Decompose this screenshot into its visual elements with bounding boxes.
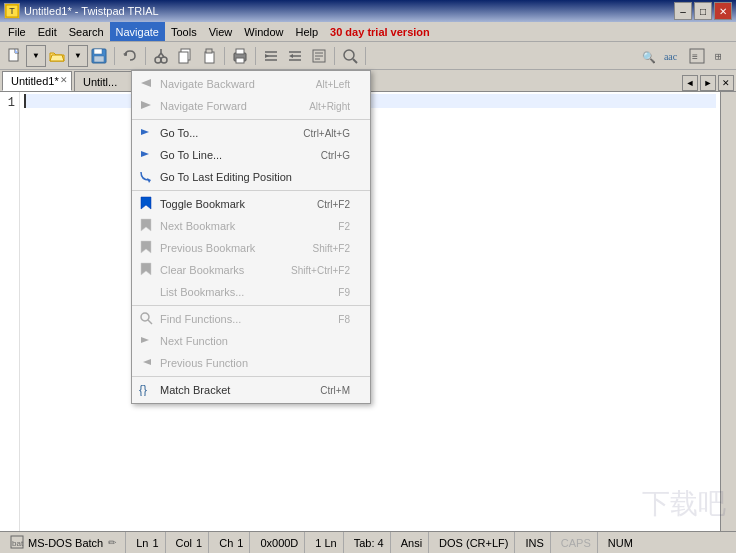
tab-navigation: ◄ ► ✕ <box>682 75 734 91</box>
menu-match-bracket[interactable]: {} Match Bracket Ctrl+M <box>132 379 370 401</box>
menu-edit[interactable]: Edit <box>32 22 63 41</box>
menu-navigate[interactable]: Navigate <box>110 22 165 41</box>
toggle-bookmark-label: Toggle Bookmark <box>160 198 297 210</box>
extra-btn2[interactable]: ⊞ <box>710 45 732 67</box>
match-case-button[interactable]: aac <box>662 45 684 67</box>
menu-window[interactable]: Window <box>238 22 289 41</box>
svg-marker-27 <box>289 54 293 58</box>
tab-close-untitled1[interactable]: ✕ <box>60 75 68 85</box>
navigate-menu: Navigate Backward Alt+Left Navigate Forw… <box>131 70 371 404</box>
new-dropdown[interactable]: ▼ <box>26 45 46 67</box>
svg-point-32 <box>344 50 354 60</box>
filetype-marker-icon: ✏ <box>107 536 119 550</box>
menu-help[interactable]: Help <box>289 22 324 41</box>
undo-button[interactable] <box>119 45 141 67</box>
svg-point-48 <box>141 313 149 321</box>
menu-navigate-backward[interactable]: Navigate Backward Alt+Left <box>132 73 370 95</box>
menu-find-functions[interactable]: Find Functions... F8 <box>132 308 370 330</box>
navigate-backward-icon <box>138 76 154 93</box>
menu-clear-bookmarks[interactable]: Clear Bookmarks Shift+Ctrl+F2 <box>132 259 370 281</box>
trial-label: 30 day trial version <box>324 22 436 41</box>
prev-function-label: Previous Function <box>160 357 330 369</box>
cut-button[interactable] <box>150 45 172 67</box>
open-button[interactable] <box>46 45 68 67</box>
svg-point-8 <box>155 57 161 63</box>
vertical-scrollbar[interactable] <box>720 92 736 531</box>
menu-toggle-bookmark[interactable]: Toggle Bookmark Ctrl+F2 <box>132 193 370 215</box>
menu-navigate-forward[interactable]: Navigate Forward Alt+Right <box>132 95 370 117</box>
menu-tools[interactable]: Tools <box>165 22 203 41</box>
svg-marker-39 <box>141 79 151 87</box>
file-tools: ▼ ▼ <box>4 45 110 67</box>
print-button[interactable] <box>229 45 251 67</box>
svg-marker-51 <box>143 359 151 365</box>
copy-button[interactable] <box>174 45 196 67</box>
new-button[interactable] <box>4 45 26 67</box>
toolbar-separator-3 <box>224 47 225 65</box>
svg-text:≡: ≡ <box>692 52 698 63</box>
navigate-forward-shortcut: Alt+Right <box>309 101 350 112</box>
menu-view[interactable]: View <box>203 22 239 41</box>
find-button[interactable] <box>339 45 361 67</box>
menu-next-function[interactable]: Next Function <box>132 330 370 352</box>
tab-untitled1[interactable]: Untitled1* ✕ <box>2 71 72 91</box>
svg-marker-23 <box>265 54 269 58</box>
svg-rect-6 <box>94 56 104 62</box>
menu-search[interactable]: Search <box>63 22 110 41</box>
ins-value: INS <box>525 537 543 549</box>
goto-line-shortcut: Ctrl+G <box>321 150 350 161</box>
svg-line-49 <box>148 320 152 324</box>
menu-next-bookmark[interactable]: Next Bookmark F2 <box>132 215 370 237</box>
menu-file[interactable]: File <box>2 22 32 41</box>
svg-text:🔍: 🔍 <box>642 50 656 64</box>
next-bookmark-label: Next Bookmark <box>160 220 318 232</box>
find-functions-label: Find Functions... <box>160 313 318 325</box>
format-button[interactable] <box>308 45 330 67</box>
match-bracket-icon: {} <box>138 382 154 399</box>
menu-prev-bookmark[interactable]: Previous Bookmark Shift+F2 <box>132 237 370 259</box>
find-functions-shortcut: F8 <box>338 314 350 325</box>
maximize-button[interactable]: □ <box>694 2 712 20</box>
menu-goto-line[interactable]: Go To Line... Ctrl+G <box>132 144 370 166</box>
list-bookmarks-shortcut: F9 <box>338 287 350 298</box>
tab-nav-left[interactable]: ◄ <box>682 75 698 91</box>
list-bookmarks-label: List Bookmarks... <box>160 286 318 298</box>
svg-rect-19 <box>236 58 244 63</box>
menu-prev-function[interactable]: Previous Function <box>132 352 370 374</box>
status-tab: Tab: 4 <box>348 532 391 553</box>
svg-text:T: T <box>9 6 15 16</box>
save-button[interactable] <box>88 45 110 67</box>
svg-rect-18 <box>236 49 244 54</box>
num-value: NUM <box>608 537 633 549</box>
menu-goto[interactable]: Go To... Ctrl+Alt+G <box>132 122 370 144</box>
open-dropdown[interactable]: ▼ <box>68 45 88 67</box>
line-end-value: DOS (CR+LF) <box>439 537 508 549</box>
tab-nav-right[interactable]: ► <box>700 75 716 91</box>
status-filetype-label: MS-DOS Batch <box>28 537 103 549</box>
menu-list-bookmarks[interactable]: List Bookmarks... F9 <box>132 281 370 303</box>
col-value: 1 <box>196 537 202 549</box>
tab-label-untitled1: Untitled1* <box>11 75 59 87</box>
status-num: NUM <box>602 532 639 553</box>
menu-bar: File Edit Search Navigate Tools View Win… <box>0 22 736 42</box>
menu-goto-last[interactable]: Go To Last Editing Position <box>132 166 370 188</box>
prev-bookmark-label: Previous Bookmark <box>160 242 292 254</box>
goto-icon <box>138 125 154 142</box>
clear-bookmarks-label: Clear Bookmarks <box>160 264 271 276</box>
close-button[interactable]: ✕ <box>714 2 732 20</box>
extra-btn1[interactable]: ≡ <box>686 45 708 67</box>
outdent-button[interactable] <box>284 45 306 67</box>
toolbar: ▼ ▼ 🔍 aac ≡ <box>0 42 736 70</box>
minimize-button[interactable]: – <box>674 2 692 20</box>
indent-button[interactable] <box>260 45 282 67</box>
svg-marker-45 <box>141 219 151 231</box>
find-results-button[interactable]: 🔍 <box>638 45 660 67</box>
ch-label: Ch <box>219 537 233 549</box>
paste-button[interactable] <box>198 45 220 67</box>
app-icon: T <box>4 3 20 19</box>
line-value: 1 <box>152 537 158 549</box>
tab-nav-close[interactable]: ✕ <box>718 75 734 91</box>
toolbar-separator-5 <box>334 47 335 65</box>
svg-marker-41 <box>141 129 149 135</box>
tab-value: Tab: 4 <box>354 537 384 549</box>
